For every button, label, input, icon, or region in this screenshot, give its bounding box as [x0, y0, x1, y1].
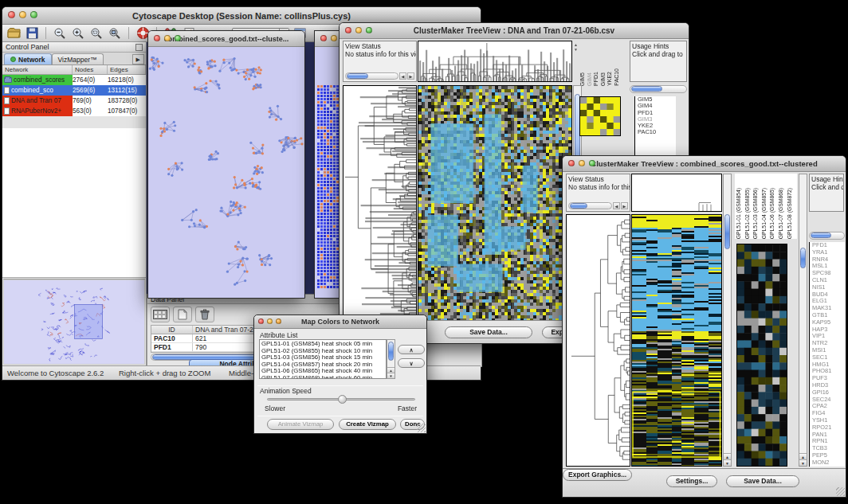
scroll-down-icon[interactable]: ▼: [387, 373, 395, 378]
row-dendrogram[interactable]: [566, 214, 630, 467]
scroll-right-icon[interactable]: ▶: [407, 72, 414, 80]
network-overview[interactable]: [4, 280, 144, 364]
zoom-window-icon[interactable]: [30, 11, 37, 18]
scroll-left-icon[interactable]: ◀: [613, 202, 620, 209]
network-canvas[interactable]: [148, 47, 304, 298]
usage-hints-panel: Usage Hints Click and drag to: [809, 174, 844, 212]
scrollbar-thumb[interactable]: [388, 342, 394, 361]
row-dendrogram[interactable]: [343, 85, 417, 321]
toolbar-separator: [128, 27, 129, 39]
tab-network[interactable]: Network: [4, 53, 52, 64]
view-status-scrollbar[interactable]: ◀ ▶: [345, 72, 414, 80]
zoom-window-icon[interactable]: [589, 160, 595, 166]
scroll-up-icon[interactable]: ▲: [387, 367, 395, 373]
close-icon[interactable]: [568, 160, 575, 166]
column-label: GPL51-03 (GSM856): [752, 188, 760, 239]
minimize-icon[interactable]: [355, 27, 362, 33]
zoom-in-icon[interactable]: [71, 26, 85, 41]
gene-label[interactable]: PAC10: [638, 129, 676, 135]
open-folder-icon[interactable]: [6, 26, 21, 41]
column-dendrogram[interactable]: [631, 174, 722, 212]
close-icon[interactable]: [8, 11, 15, 18]
float-panel-icon[interactable]: [135, 44, 143, 51]
minimize-icon[interactable]: [164, 35, 171, 41]
scroll-up-icon[interactable]: ▲: [799, 453, 807, 459]
zoom-window-icon[interactable]: [175, 35, 181, 41]
zoom-window-icon[interactable]: [366, 27, 372, 33]
birdseye-panel: [3, 279, 145, 365]
scroll-right-icon[interactable]: ▶: [621, 202, 628, 209]
zoom-window-icon[interactable]: [276, 318, 281, 324]
minimize-icon[interactable]: [579, 160, 585, 166]
zoom-fit-icon[interactable]: [108, 26, 122, 41]
scrollbar-thumb[interactable]: [724, 214, 730, 249]
zoom-heatmap[interactable]: [579, 96, 621, 136]
treeview-button[interactable]: Save Data...: [726, 475, 799, 487]
attribute-item[interactable]: GPL51-07 (GSM868) heat shock 60 min: [261, 375, 384, 379]
resize-grip[interactable]: [417, 424, 426, 432]
minimize-icon[interactable]: [267, 318, 273, 324]
scroll-down-icon[interactable]: ▼: [799, 459, 807, 466]
global-heatmap[interactable]: [631, 214, 722, 467]
attribute-list[interactable]: GPL51-01 (GSM854) heat shock 05 minGPL51…: [259, 339, 387, 379]
treeview-button[interactable]: Save Data...: [445, 326, 532, 338]
tab-vizmapper[interactable]: VizMapper™: [52, 53, 104, 64]
heatmap-vscrollbar[interactable]: ▲ ▼: [723, 174, 732, 467]
column-dendrogram[interactable]: [418, 41, 572, 82]
minimize-icon[interactable]: [331, 35, 337, 41]
zoom-vscrollbar[interactable]: ▲ ▼: [799, 174, 807, 467]
close-icon[interactable]: [154, 35, 160, 41]
tab-overflow-arrow[interactable]: ▶: [132, 54, 144, 64]
network-list-area[interactable]: [2, 128, 146, 278]
move-down-button[interactable]: ∨: [398, 358, 425, 368]
global-heatmap[interactable]: [418, 85, 572, 321]
network-table-row[interactable]: combined_sco 2569(6) 13112(15): [2, 85, 146, 96]
scroll-up-icon[interactable]: ▲: [724, 453, 731, 459]
usage-hints-title: Usage Hints: [630, 41, 686, 50]
zoom-out-icon[interactable]: [53, 26, 67, 41]
animation-speed-slider[interactable]: [267, 398, 415, 400]
genelist-hscrollbar[interactable]: [809, 232, 845, 240]
view-status-scrollbar[interactable]: ◀ ▶: [568, 201, 628, 209]
network-table-row[interactable]: DNA and Tran 07 769(0) 183728(0): [2, 96, 146, 106]
column-label: YKE2: [607, 72, 614, 86]
treeview-button[interactable]: Settings...: [666, 475, 717, 487]
close-icon[interactable]: [320, 35, 327, 41]
treeview-button[interactable]: Export Graphics...: [563, 469, 632, 481]
create-vizmap-button[interactable]: Create Vizmap: [339, 419, 396, 430]
attribute-list-scrollbar[interactable]: ▲ ▼: [387, 339, 395, 379]
scrollbar-thumb[interactable]: [631, 86, 662, 92]
column-label: GPL51-02 (GSM855): [744, 188, 752, 239]
slider-thumb[interactable]: [338, 395, 347, 404]
treeview-dna-titlebar[interactable]: ClusterMaker TreeView : DNA and Tran 07-…: [340, 23, 689, 39]
network-table-row[interactable]: RNAPuberNov2+ 563(0) 107847(0): [2, 106, 146, 116]
zoom-selected-icon[interactable]: [89, 26, 104, 41]
attribute-select-icon[interactable]: [151, 307, 170, 322]
treeview-combined-titlebar[interactable]: ClusterMaker TreeView : combined_scores_…: [563, 156, 846, 172]
column-label: GPL51-06 (GSM865): [768, 188, 777, 239]
scroll-down-icon[interactable]: ▼: [724, 459, 731, 466]
usage-hscrollbar[interactable]: [630, 85, 687, 93]
resize-grip[interactable]: [836, 487, 845, 496]
scrollbar-thumb[interactable]: [811, 232, 831, 238]
network-view-titlebar[interactable]: combined_scores_good.txt--cluste...: [148, 31, 304, 47]
scroll-left-icon[interactable]: ◀: [399, 72, 406, 80]
mini-scroll-arrows[interactable]: ▲▼: [574, 42, 578, 52]
gene-label[interactable]: MON2: [812, 459, 845, 467]
delete-attribute-icon[interactable]: [195, 307, 214, 322]
dialog-titlebar[interactable]: Map Colors to Network: [254, 315, 426, 329]
minimize-icon[interactable]: [19, 11, 26, 18]
move-up-button[interactable]: ∧: [398, 345, 425, 354]
network-table-row[interactable]: combined_scores 2764(0) 16218(0): [2, 75, 146, 85]
separator: [257, 385, 423, 386]
scrollbar-thumb[interactable]: [570, 203, 587, 209]
close-icon[interactable]: [345, 27, 351, 33]
close-icon[interactable]: [258, 318, 264, 324]
new-attribute-icon[interactable]: [173, 307, 192, 322]
column-label: GPL51-08 (GSM872): [786, 188, 795, 239]
zoom-heatmap[interactable]: [736, 244, 787, 467]
save-icon[interactable]: [25, 26, 39, 41]
animate-vizmap-button[interactable]: Animate Vizmap: [267, 419, 334, 430]
scrollbar-thumb[interactable]: [800, 248, 806, 268]
scrollbar-thumb[interactable]: [347, 73, 368, 79]
